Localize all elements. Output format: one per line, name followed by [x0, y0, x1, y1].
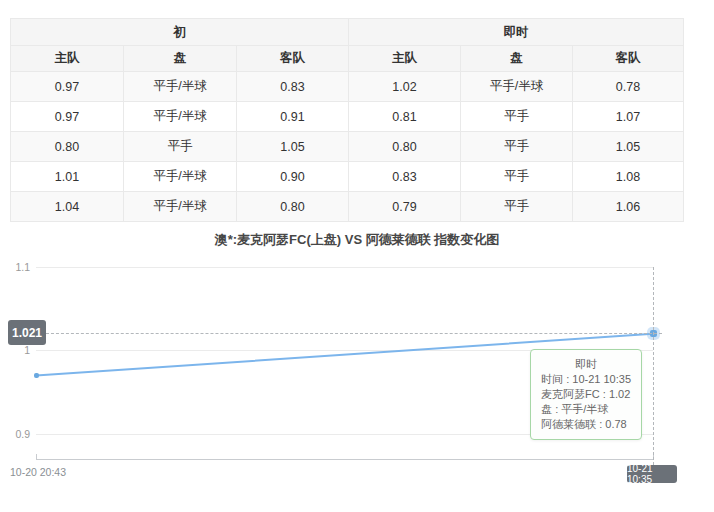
crosshair-value-badge: 1.021 [8, 320, 46, 345]
x-axis-line [36, 459, 653, 460]
odds-cell: 0.80 [349, 132, 461, 162]
group-header-initial: 初 [11, 19, 349, 46]
col-header-away-live: 客队 [573, 46, 684, 72]
odds-cell: 1.04 [11, 192, 124, 222]
odds-cell: 平手/半球 [461, 72, 573, 102]
odds-cell: 0.90 [237, 162, 349, 192]
col-header-away-initial: 客队 [237, 46, 349, 72]
odds-cell: 平手/半球 [124, 192, 237, 222]
data-point[interactable] [34, 373, 39, 378]
y-axis-label: 1 [2, 344, 30, 356]
odds-cell: 1.06 [573, 192, 684, 222]
odds-table: 初 即时 主队 盘 客队 主队 盘 客队 0.97 平手/半球 0.83 1.0… [10, 18, 684, 222]
tooltip-time: 时间 : 10-21 10:35 [541, 372, 631, 387]
odds-cell: 0.83 [237, 72, 349, 102]
y-axis-label: 1.1 [2, 261, 30, 273]
odds-cell: 1.02 [349, 72, 461, 102]
odds-cell: 0.91 [237, 102, 349, 132]
group-header-live: 即时 [349, 19, 684, 46]
table-row: 0.80 平手 1.05 0.80 平手 1.05 [11, 132, 684, 162]
odds-cell: 平手 [461, 162, 573, 192]
odds-cell: 0.80 [237, 192, 349, 222]
table-row: 0.97 平手/半球 0.83 1.02 平手/半球 0.78 [11, 72, 684, 102]
odds-cell: 1.07 [573, 102, 684, 132]
table-row: 1.04 平手/半球 0.80 0.79 平手 1.06 [11, 192, 684, 222]
odds-cell: 1.01 [11, 162, 124, 192]
odds-cell: 1.05 [573, 132, 684, 162]
odds-cell: 平手 [461, 102, 573, 132]
odds-cell: 平手/半球 [124, 72, 237, 102]
odds-cell: 平手/半球 [124, 102, 237, 132]
tooltip-title: 即时 [541, 357, 631, 372]
col-header-home-live: 主队 [349, 46, 461, 72]
crosshair-vertical [653, 267, 654, 465]
table-row: 0.97 平手/半球 0.91 0.81 平手 1.07 [11, 102, 684, 132]
table-row: 1.01 平手/半球 0.90 0.83 平手 1.08 [11, 162, 684, 192]
odds-cell: 0.97 [11, 72, 124, 102]
odds-cell: 平手 [461, 192, 573, 222]
odds-cell: 0.83 [349, 162, 461, 192]
col-header-home-initial: 主队 [11, 46, 124, 72]
odds-cell: 平手/半球 [124, 162, 237, 192]
chart-tooltip: 即时 时间 : 10-21 10:35 麦克阿瑟FC : 1.02 盘 : 平手… [530, 349, 642, 440]
table-column-header-row: 主队 盘 客队 主队 盘 客队 [11, 46, 684, 72]
odds-cell: 0.80 [11, 132, 124, 162]
odds-cell: 0.97 [11, 102, 124, 132]
x-axis-start-label: 10-20 20:43 [10, 466, 66, 478]
chart-title: 澳*:麦克阿瑟FC(上盘) VS 阿德莱德联 指数变化图 [0, 231, 714, 249]
tooltip-away-odds: 阿德莱德联 : 0.78 [541, 417, 631, 432]
odds-cell: 0.78 [573, 72, 684, 102]
odds-chart[interactable]: 1.021 10-20 20:43 10-21 10:35 即时 时间 : 10… [0, 255, 714, 500]
tooltip-home-odds: 麦克阿瑟FC : 1.02 [541, 387, 631, 402]
crosshair-horizontal [46, 333, 662, 334]
col-header-handicap-initial: 盘 [124, 46, 237, 72]
odds-cell: 1.05 [237, 132, 349, 162]
table-group-header-row: 初 即时 [11, 19, 684, 46]
col-header-handicap-live: 盘 [461, 46, 573, 72]
odds-cell: 平手 [461, 132, 573, 162]
x-axis-tick-start [36, 454, 37, 459]
y-axis-label: 0.9 [2, 428, 30, 440]
odds-cell: 0.79 [349, 192, 461, 222]
odds-cell: 1.08 [573, 162, 684, 192]
odds-cell: 平手 [124, 132, 237, 162]
tooltip-handicap: 盘 : 平手/半球 [541, 402, 631, 417]
page: 初 即时 主队 盘 客队 主队 盘 客队 0.97 平手/半球 0.83 1.0… [0, 0, 714, 512]
crosshair-time-badge: 10-21 10:35 [627, 465, 677, 483]
odds-cell: 0.81 [349, 102, 461, 132]
